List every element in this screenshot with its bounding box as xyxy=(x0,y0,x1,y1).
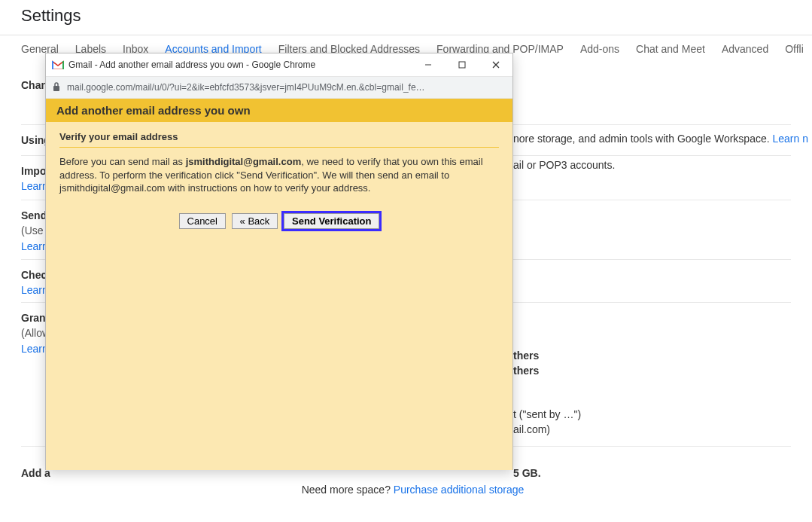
button-row: Cancel « Back Send Verification xyxy=(59,213,499,229)
frag-text: thers xyxy=(513,348,539,363)
workspace-text: nore storage, and admin tools with Googl… xyxy=(513,133,770,145)
minimize-button[interactable] xyxy=(411,53,445,76)
app-root: Settings General Labels Inbox Accounts a… xyxy=(0,0,812,522)
verify-para-a: Before you can send mail as xyxy=(59,156,186,167)
cancel-button[interactable]: Cancel xyxy=(179,213,226,229)
row-label: Impo xyxy=(21,165,46,177)
tab-advanced[interactable]: Advanced xyxy=(722,43,768,55)
frag-text: ail.com) xyxy=(513,422,550,437)
verify-email: jsmithdigital@gmail.com xyxy=(186,156,302,167)
svg-rect-1 xyxy=(62,61,64,69)
tab-addons[interactable]: Add-ons xyxy=(580,43,619,55)
gmail-icon xyxy=(52,60,64,69)
row-sub: (Use xyxy=(21,224,44,237)
frag-text: thers xyxy=(513,363,539,378)
page-title: Settings xyxy=(0,0,812,35)
window-title: Gmail - Add another email address you ow… xyxy=(68,60,411,70)
svg-rect-0 xyxy=(52,61,53,69)
learn-more-link[interactable]: Learn xyxy=(21,284,48,296)
learn-more-link[interactable]: Learn n xyxy=(772,133,807,145)
row-label: Send xyxy=(21,209,47,221)
row-label: Gran xyxy=(21,312,46,324)
close-button[interactable] xyxy=(479,53,512,76)
learn-more-link[interactable]: Learn xyxy=(21,343,48,355)
tab-chat-meet[interactable]: Chat and Meet xyxy=(636,43,705,55)
learn-more-link[interactable]: Learn xyxy=(21,240,48,252)
row-label: Chan xyxy=(21,79,47,91)
purchase-storage-link[interactable]: Purchase additional storage xyxy=(394,484,525,496)
row-label: Chec xyxy=(21,269,47,281)
lock-icon xyxy=(52,81,61,94)
svg-rect-6 xyxy=(53,86,59,91)
url-text: mail.google.com/mail/u/0/?ui=2&ik=ebfcfd… xyxy=(67,82,425,93)
verify-text: Before you can send mail as jsmithdigita… xyxy=(59,155,499,195)
verify-title: Verify your email address xyxy=(59,131,499,148)
pop3-text: ail or POP3 accounts. xyxy=(513,157,615,172)
back-button[interactable]: « Back xyxy=(232,213,278,229)
modal-header: Add another email address you own xyxy=(46,99,512,122)
learn-more-link[interactable]: Learn xyxy=(21,180,48,192)
svg-rect-3 xyxy=(459,62,465,68)
window-titlebar: Gmail - Add another email address you ow… xyxy=(46,53,512,77)
address-bar: mail.google.com/mail/u/0/?ui=2&ik=ebfcfd… xyxy=(46,77,512,99)
tab-offline[interactable]: Offli xyxy=(785,43,804,55)
storage-size: 5 GB. xyxy=(513,467,541,479)
send-verification-button[interactable]: Send Verification xyxy=(284,213,379,229)
modal-body: Verify your email address Before you can… xyxy=(46,122,512,470)
storage-row: Add a 5 GB. Need more space? Purchase ad… xyxy=(21,467,804,496)
popup-window: Gmail - Add another email address you ow… xyxy=(45,53,513,470)
storage-text: Need more space? xyxy=(302,484,391,496)
maximize-button[interactable] xyxy=(445,53,479,76)
frag-text: t ("sent by …") xyxy=(513,407,581,422)
